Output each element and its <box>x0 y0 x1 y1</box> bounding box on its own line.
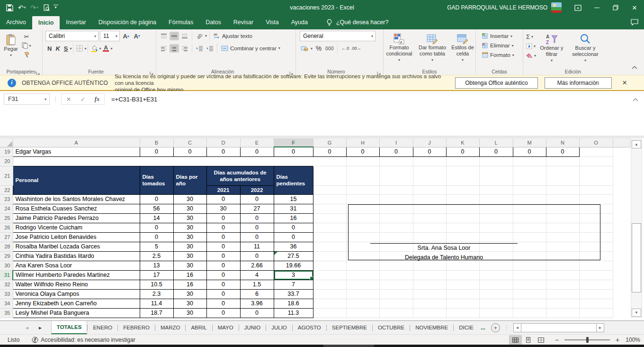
row-header[interactable]: 29 <box>0 251 13 261</box>
insert-function-icon[interactable]: fx <box>90 96 104 103</box>
row-header[interactable]: 27 <box>0 232 13 242</box>
column-header-n[interactable]: N <box>546 138 579 147</box>
column-header-a[interactable]: A <box>13 138 140 147</box>
cell-dias-tomados[interactable]: 10.5 <box>140 280 173 289</box>
cell-dias-por-ano[interactable]: 30 <box>173 223 206 232</box>
increase-font-icon[interactable]: A▴ <box>121 32 131 40</box>
selected-cell[interactable]: 3 <box>274 270 313 280</box>
cell-2021[interactable]: 0 <box>206 280 240 289</box>
cell[interactable] <box>413 299 446 308</box>
row-header[interactable]: 24 <box>0 204 13 213</box>
accounting-caret[interactable]: ▾ <box>311 46 313 51</box>
cell-2022[interactable]: 0 <box>240 223 274 232</box>
cell[interactable] <box>579 261 613 270</box>
tab-disposicion[interactable]: Disposición de página <box>92 15 162 29</box>
vertical-scrollbar[interactable]: ▲ ▼ <box>631 139 642 318</box>
cell-dias-pendientes[interactable]: 7 <box>274 280 313 289</box>
cell[interactable] <box>479 261 513 270</box>
clipboard-dialog-launcher[interactable] <box>36 69 41 73</box>
cell-dias-tomados[interactable]: 14 <box>140 213 173 223</box>
column-header-j[interactable]: J <box>413 138 446 147</box>
tell-me-search[interactable]: ¿Qué desea hacer? <box>326 15 389 29</box>
cell-2022[interactable]: 27 <box>240 204 274 213</box>
align-center-icon[interactable] <box>170 44 179 53</box>
cell-2021[interactable]: 0 <box>206 232 240 242</box>
cell[interactable] <box>546 280 579 289</box>
cell-dias-por-ano[interactable]: 30 <box>173 289 206 299</box>
column-header-m[interactable]: M <box>513 138 546 147</box>
cell[interactable] <box>379 289 413 299</box>
cell[interactable] <box>346 194 379 204</box>
cell[interactable] <box>413 185 446 194</box>
cell[interactable] <box>413 156 446 166</box>
cell[interactable] <box>313 223 346 232</box>
fill-button[interactable]: ▾ <box>523 42 536 50</box>
sheet-tabs-overflow[interactable]: ... <box>479 321 487 334</box>
cell-dias-pendientes[interactable]: 0 <box>274 232 313 242</box>
tabbar-splitter[interactable]: ⋮ <box>504 324 510 331</box>
decrease-decimal-icon[interactable]: .00→ <box>351 44 361 53</box>
underline-caret[interactable]: ▾ <box>70 46 72 51</box>
wrap-text-button[interactable]: ab Ajustar texto <box>212 33 254 39</box>
cell-dias-tomados[interactable]: 2.5 <box>140 251 173 261</box>
row-header[interactable]: 30 <box>0 261 13 270</box>
cell[interactable] <box>546 299 579 308</box>
cell[interactable] <box>513 261 546 270</box>
cell[interactable] <box>446 261 479 270</box>
cell[interactable] <box>346 156 379 166</box>
cell-dias-pendientes[interactable]: 27.5 <box>274 251 313 261</box>
cell[interactable] <box>413 289 446 299</box>
cell-2021[interactable]: 0 <box>206 270 240 280</box>
cell-dias-pendientes[interactable]: 11.3 <box>274 308 313 318</box>
cell[interactable] <box>313 299 346 308</box>
cell[interactable]: 0 <box>140 147 173 156</box>
cell[interactable] <box>546 261 579 270</box>
row-header[interactable]: 32 <box>0 280 13 289</box>
add-sheet-icon[interactable]: + <box>491 323 500 332</box>
cell[interactable] <box>546 308 579 318</box>
cell[interactable] <box>313 251 346 261</box>
column-header-b[interactable]: B <box>140 138 173 147</box>
cell-name[interactable]: Rodrigo Vicente Cuicham <box>13 223 140 232</box>
sheet-tab-enero[interactable]: ENERO <box>88 321 117 334</box>
cell[interactable] <box>546 166 579 185</box>
cell[interactable]: 0 <box>313 147 346 156</box>
print-preview-icon[interactable] <box>42 3 52 12</box>
cell[interactable] <box>379 270 413 280</box>
cell-2021[interactable]: 0 <box>206 261 240 270</box>
cell[interactable]: 0 <box>479 147 513 156</box>
cell[interactable] <box>513 280 546 289</box>
cell[interactable] <box>206 156 240 166</box>
cell[interactable] <box>479 299 513 308</box>
cell-name[interactable]: Jenny Ekizabeth Leon Carreño <box>13 299 140 308</box>
cell-2021[interactable]: 0 <box>206 242 240 251</box>
cell-dias-tomados[interactable]: 18.7 <box>140 308 173 318</box>
cell-2021[interactable]: 0 <box>206 194 240 204</box>
column-header-i[interactable]: I <box>379 138 413 147</box>
cell[interactable] <box>413 308 446 318</box>
confirm-entry-icon[interactable]: ✓ <box>76 96 90 103</box>
cell-2022[interactable]: 0 <box>240 194 274 204</box>
cell[interactable]: 0 <box>206 147 240 156</box>
row-header[interactable]: 31 <box>0 270 13 280</box>
accounting-format-icon[interactable] <box>300 44 309 53</box>
decrease-font-icon[interactable]: A▾ <box>132 32 142 40</box>
cell[interactable] <box>313 194 346 204</box>
column-header-d[interactable]: D <box>206 138 240 147</box>
autosum-button[interactable]: Σ▾ <box>523 32 536 41</box>
cell[interactable] <box>479 289 513 299</box>
cell[interactable] <box>579 185 613 194</box>
cell[interactable] <box>313 156 346 166</box>
cell[interactable]: 0 <box>379 147 413 156</box>
cell[interactable] <box>446 280 479 289</box>
formula-bar-splitter[interactable]: ⋮ <box>53 96 58 102</box>
cell-name[interactable]: Walter Wilfrido Reino Reino <box>13 280 140 289</box>
cell[interactable] <box>379 185 413 194</box>
cell-dias-por-ano[interactable]: 30 <box>173 242 206 251</box>
cell[interactable]: 0 <box>240 147 274 156</box>
cell[interactable] <box>479 270 513 280</box>
borders-icon[interactable] <box>75 44 84 53</box>
scroll-left-icon[interactable]: ◄ <box>513 323 521 332</box>
format-as-table-button[interactable]: Dar formatocomo tabla▾ <box>416 31 449 63</box>
cell-2021[interactable]: 0 <box>206 213 240 223</box>
